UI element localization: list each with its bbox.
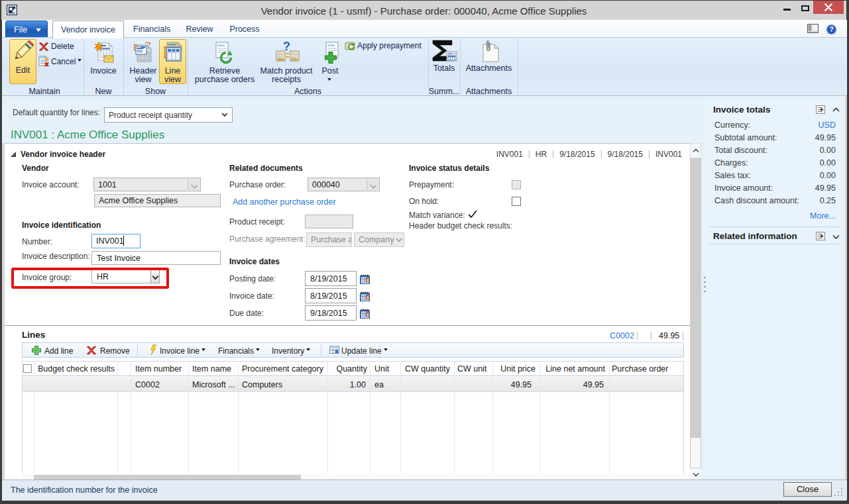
svg-text:?: ?	[829, 25, 834, 33]
